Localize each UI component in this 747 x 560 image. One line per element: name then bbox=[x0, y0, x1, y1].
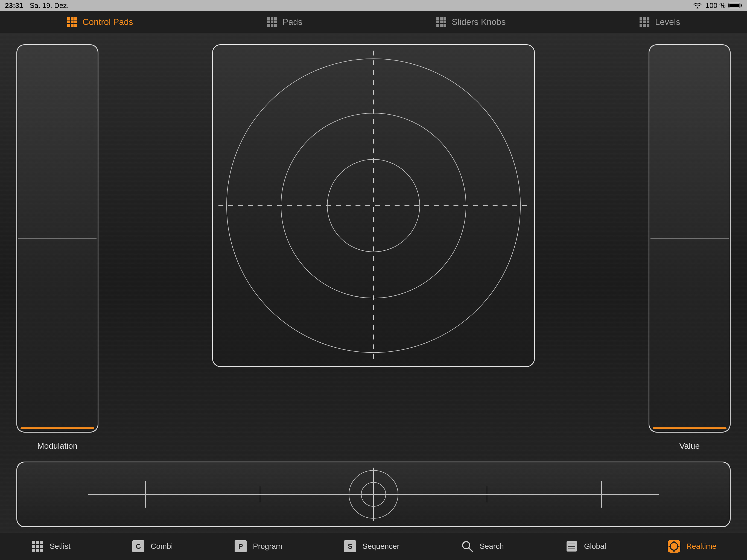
svg-rect-36 bbox=[647, 21, 649, 23]
tab-label: Levels bbox=[655, 17, 680, 27]
pad-midline bbox=[650, 238, 729, 239]
value-label: Value bbox=[679, 441, 700, 451]
svg-rect-19 bbox=[267, 24, 270, 27]
grid-icon bbox=[436, 17, 447, 27]
nav-label: Realtime bbox=[686, 542, 716, 551]
pad-value-indicator bbox=[653, 427, 726, 429]
svg-rect-53 bbox=[32, 541, 35, 544]
grid-icon bbox=[67, 17, 78, 27]
realtime-icon bbox=[667, 539, 681, 553]
svg-rect-29 bbox=[440, 24, 443, 27]
nav-sequencer[interactable]: S Sequencer bbox=[343, 539, 399, 553]
nav-search[interactable]: Search bbox=[460, 539, 504, 553]
tab-label: Pads bbox=[282, 17, 302, 27]
svg-rect-34 bbox=[640, 21, 642, 23]
nav-label: Global bbox=[584, 542, 606, 551]
nav-global[interactable]: Global bbox=[565, 539, 606, 553]
status-bar: 23:31 Sa. 19. Dez. 100 % bbox=[0, 0, 747, 11]
sequencer-icon: S bbox=[343, 539, 357, 553]
svg-rect-11 bbox=[71, 24, 74, 27]
svg-rect-37 bbox=[640, 24, 642, 27]
nav-realtime[interactable]: Realtime bbox=[667, 539, 716, 553]
pad-value-indicator bbox=[21, 427, 94, 429]
modulation-pad[interactable] bbox=[17, 44, 98, 433]
xy-pad-graticule bbox=[213, 45, 534, 366]
svg-rect-38 bbox=[643, 24, 646, 27]
grid-icon bbox=[31, 539, 44, 553]
svg-rect-35 bbox=[643, 21, 646, 23]
svg-rect-32 bbox=[643, 17, 646, 20]
top-tabs: Control Pads Pads Sliders Knobs bbox=[0, 11, 747, 33]
svg-rect-18 bbox=[274, 21, 277, 23]
modulation-label: Modulation bbox=[37, 441, 78, 451]
svg-rect-33 bbox=[647, 17, 649, 20]
nav-label: Setlist bbox=[50, 542, 71, 551]
nav-combi[interactable]: C Combi bbox=[131, 539, 173, 553]
svg-rect-3 bbox=[741, 4, 742, 6]
tab-sliders-knobs[interactable]: Sliders Knobs bbox=[436, 17, 506, 27]
program-icon: P bbox=[234, 539, 248, 553]
svg-point-0 bbox=[697, 7, 698, 8]
grid-icon bbox=[639, 17, 650, 27]
svg-rect-6 bbox=[74, 17, 77, 20]
svg-rect-9 bbox=[74, 21, 77, 23]
battery-percent: 100 % bbox=[705, 1, 726, 10]
svg-rect-27 bbox=[443, 21, 446, 23]
tab-label: Control Pads bbox=[83, 17, 133, 27]
tab-control-pads[interactable]: Control Pads bbox=[67, 17, 133, 27]
status-date: Sa. 19. Dez. bbox=[30, 1, 69, 10]
svg-rect-23 bbox=[440, 17, 443, 20]
nav-label: Program bbox=[253, 542, 282, 551]
nav-label: Combi bbox=[151, 542, 173, 551]
combi-icon: C bbox=[131, 539, 145, 553]
grid-icon bbox=[266, 17, 278, 27]
svg-rect-22 bbox=[436, 17, 439, 20]
svg-rect-10 bbox=[67, 24, 70, 27]
pad-midline bbox=[18, 238, 97, 239]
svg-rect-7 bbox=[67, 21, 70, 23]
svg-rect-54 bbox=[36, 541, 39, 544]
bottom-bar: Setlist C Combi P Program S Sequencer Se… bbox=[0, 533, 747, 560]
svg-rect-5 bbox=[71, 17, 74, 20]
svg-rect-61 bbox=[40, 549, 43, 552]
svg-rect-26 bbox=[440, 21, 443, 23]
tab-label: Sliders Knobs bbox=[452, 17, 506, 27]
status-time: 23:31 bbox=[5, 1, 23, 10]
tab-pads[interactable]: Pads bbox=[266, 17, 302, 27]
svg-rect-24 bbox=[443, 17, 446, 20]
svg-rect-15 bbox=[274, 17, 277, 20]
svg-rect-56 bbox=[32, 545, 35, 548]
svg-rect-25 bbox=[436, 21, 439, 23]
svg-rect-4 bbox=[67, 17, 70, 20]
svg-rect-13 bbox=[267, 17, 270, 20]
xy-pad[interactable] bbox=[212, 44, 535, 367]
svg-rect-31 bbox=[640, 17, 642, 20]
tab-levels[interactable]: Levels bbox=[639, 17, 680, 27]
nav-label: Search bbox=[480, 542, 504, 551]
svg-rect-57 bbox=[36, 545, 39, 548]
svg-rect-17 bbox=[271, 21, 274, 23]
svg-rect-21 bbox=[274, 24, 277, 27]
value-pad[interactable] bbox=[649, 44, 730, 433]
ribbon-graticule bbox=[17, 462, 730, 526]
search-icon bbox=[460, 539, 474, 553]
svg-rect-60 bbox=[36, 549, 39, 552]
svg-rect-55 bbox=[40, 541, 43, 544]
workspace: Modulation bbox=[0, 33, 747, 533]
nav-program[interactable]: P Program bbox=[234, 539, 282, 553]
battery-icon bbox=[728, 2, 742, 8]
ribbon-controller[interactable] bbox=[17, 462, 730, 527]
wifi-icon bbox=[693, 2, 702, 8]
svg-rect-12 bbox=[74, 24, 77, 27]
nav-label: Sequencer bbox=[362, 542, 399, 551]
svg-rect-39 bbox=[647, 24, 649, 27]
svg-rect-28 bbox=[436, 24, 439, 27]
svg-rect-14 bbox=[271, 17, 274, 20]
svg-rect-30 bbox=[443, 24, 446, 27]
svg-line-63 bbox=[469, 548, 472, 552]
nav-setlist[interactable]: Setlist bbox=[31, 539, 71, 553]
svg-rect-59 bbox=[32, 549, 35, 552]
svg-rect-16 bbox=[267, 21, 270, 23]
svg-rect-8 bbox=[71, 21, 74, 23]
svg-rect-20 bbox=[271, 24, 274, 27]
